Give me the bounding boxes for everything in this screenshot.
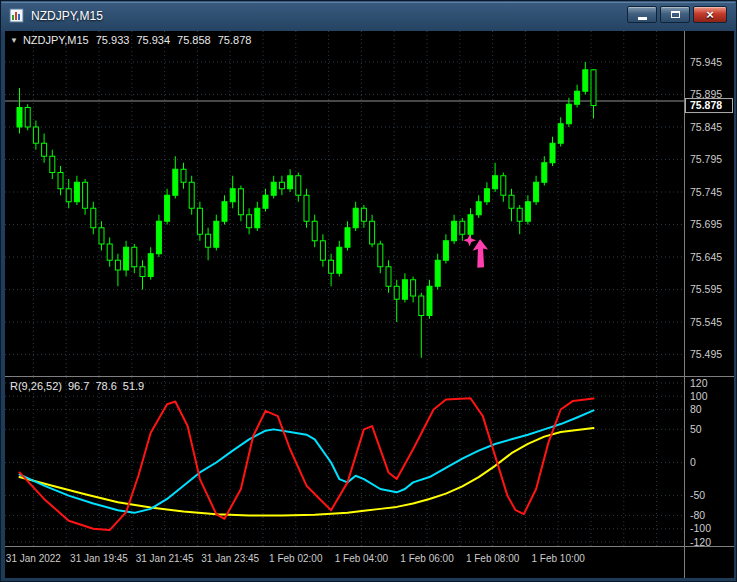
indicator-tick-label: 0 <box>690 456 696 468</box>
indicator-value-2: 78.6 <box>95 380 116 392</box>
candle-body <box>17 108 22 128</box>
candle-body <box>222 202 227 222</box>
candle-body <box>361 208 366 221</box>
candle-body <box>181 169 186 182</box>
candle-body <box>378 244 383 267</box>
candle-body <box>394 286 399 299</box>
candle-body <box>255 208 260 228</box>
indicator-header: R(9,26,52) 96.7 78.6 51.9 <box>10 380 144 392</box>
one-click-trading-icon[interactable]: ▼ <box>10 36 18 45</box>
price-tick-label: 75.595 <box>690 283 722 295</box>
price-tick-label: 75.795 <box>690 153 722 165</box>
candle-body <box>173 169 178 195</box>
candle-body <box>58 173 63 189</box>
candle-body <box>214 221 219 247</box>
candle-body <box>296 176 301 196</box>
candle-body <box>320 241 325 261</box>
candle-body <box>165 195 170 221</box>
candle-body <box>132 247 137 267</box>
candles <box>17 62 596 358</box>
candle-body <box>476 202 481 215</box>
candle-body <box>247 215 252 228</box>
window-title: NZDJPY,M15 <box>31 9 103 23</box>
indicator-tick-label: 120 <box>690 377 708 389</box>
time-tick-label: 31 Jan 23:45 <box>201 553 259 564</box>
candle-body <box>517 208 522 221</box>
candle-body <box>83 182 88 208</box>
candle-body <box>411 280 416 296</box>
candle-body <box>583 70 588 91</box>
mt4-chart-window: NZDJPY,M15 × 75.94575.89575.84575.79575.… <box>0 0 737 582</box>
candle-body <box>534 182 539 202</box>
time-tick-label: 1 Feb 02:00 <box>269 553 323 564</box>
candle-body <box>107 244 112 260</box>
candle-body <box>591 70 596 106</box>
indicator-tick-label: 80 <box>690 403 702 415</box>
price-tick-label: 75.645 <box>690 251 722 263</box>
candle-body <box>197 208 202 234</box>
indicator-line-fast <box>20 398 594 530</box>
candle-body <box>148 254 153 277</box>
indicator-tick-label: -50 <box>690 489 705 501</box>
candle-body <box>558 124 563 144</box>
candle-body <box>484 189 489 202</box>
candle-body <box>542 163 547 183</box>
candle-body <box>501 176 506 196</box>
candle-body <box>468 215 473 235</box>
current-price-label: 75.878 <box>690 99 722 111</box>
minimize-icon <box>638 17 647 20</box>
time-tick-label: 1 Feb 06:00 <box>400 553 454 564</box>
candle-body <box>279 182 284 189</box>
close-icon: × <box>706 8 714 21</box>
candle-body <box>124 247 129 270</box>
candle-body <box>345 228 350 248</box>
candle-body <box>25 108 30 128</box>
chart-svg[interactable]: 75.94575.89575.84575.79575.74575.69575.6… <box>5 31 734 578</box>
symbol-label: NZDJPY,M15 <box>23 34 89 46</box>
candle-body <box>353 208 358 228</box>
buy-arrow-marker[interactable] <box>463 234 488 268</box>
price-tick-label: 75.545 <box>690 316 722 328</box>
candle-body <box>566 104 571 124</box>
candle-body <box>263 195 268 208</box>
time-tick-label: 1 Feb 08:00 <box>466 553 520 564</box>
candle-body <box>91 208 96 228</box>
candle-body <box>402 280 407 300</box>
candle-body <box>189 182 194 208</box>
price-tick-label: 75.845 <box>690 121 722 133</box>
candle-body <box>550 143 555 163</box>
time-tick-label: 31 Jan 19:45 <box>70 553 128 564</box>
indicator-tick-label: -80 <box>690 509 705 521</box>
candle-body <box>370 221 375 244</box>
price-tick-label: 75.695 <box>690 218 722 230</box>
candle-body <box>509 195 514 208</box>
candle-body <box>74 182 79 202</box>
minimize-button[interactable] <box>627 6 657 23</box>
candle-body <box>66 189 71 202</box>
candle-body <box>42 143 47 156</box>
candle-body <box>460 221 465 234</box>
candle-body <box>337 247 342 273</box>
candle-body <box>115 260 120 270</box>
candle-body <box>230 189 235 202</box>
title-bar[interactable]: NZDJPY,M15 × <box>1 1 736 31</box>
candle-body <box>435 260 440 286</box>
time-tick-label: 31 Jan 2022 <box>6 553 61 564</box>
candle-body <box>206 234 211 247</box>
star-icon <box>463 234 476 246</box>
low-value: 75.858 <box>177 34 211 46</box>
candle-body <box>386 267 391 287</box>
chart-window-icon[interactable] <box>9 8 25 24</box>
high-value: 75.934 <box>136 34 170 46</box>
indicator-tick-label: 100 <box>690 390 708 402</box>
close-value: 75.878 <box>218 34 252 46</box>
maximize-button[interactable] <box>660 6 690 23</box>
price-tick-label: 75.495 <box>690 348 722 360</box>
price-tick-label: 75.945 <box>690 56 722 68</box>
candle-body <box>443 241 448 261</box>
close-button[interactable]: × <box>693 6 727 23</box>
chart-client-area: 75.94575.89575.84575.79575.74575.69575.6… <box>5 31 734 578</box>
indicator-tick-label: 50 <box>690 423 702 435</box>
indicator-value-1: 96.7 <box>68 380 89 392</box>
candle-body <box>427 286 432 315</box>
